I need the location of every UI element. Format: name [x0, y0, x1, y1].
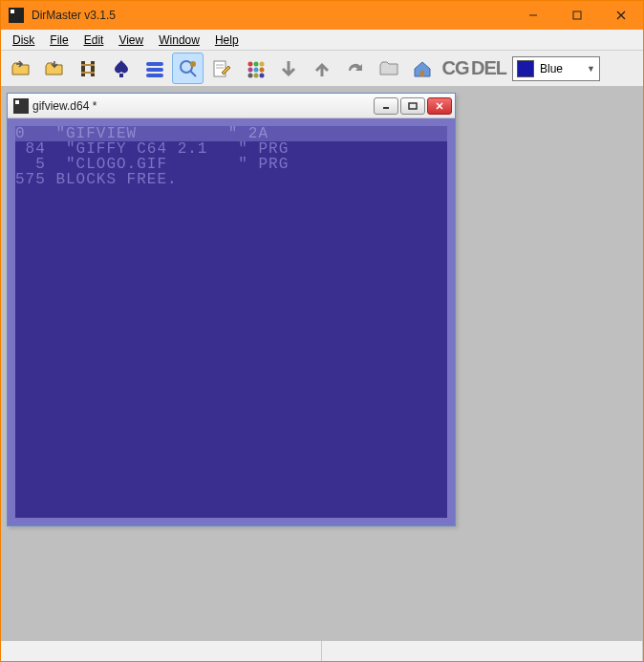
- svg-point-23: [259, 67, 264, 72]
- color-label: Blue: [540, 62, 563, 75]
- blocks-free-row: 575 BLOCKS FREE.: [15, 172, 447, 187]
- disk-header-row[interactable]: 0 "GIFVIEW " 2A: [15, 126, 447, 141]
- document-icon: [13, 98, 29, 114]
- svg-rect-27: [420, 71, 424, 76]
- menu-edit[interactable]: Edit: [76, 32, 112, 49]
- maximize-icon: [408, 102, 418, 110]
- child-window: gifview.d64 * 0 "GIFVIEW " 2A 84 "GIFFY …: [7, 93, 456, 526]
- menu-help[interactable]: Help: [207, 32, 247, 49]
- menu-window[interactable]: Window: [151, 32, 207, 49]
- open-button[interactable]: [5, 53, 36, 84]
- svg-rect-9: [146, 62, 163, 66]
- cg-icon: CG: [442, 57, 469, 79]
- svg-rect-1: [573, 11, 581, 19]
- inspect-button[interactable]: [172, 53, 204, 84]
- svg-point-25: [253, 73, 258, 77]
- folder-save-icon: [43, 57, 66, 80]
- tracks-icon: [76, 57, 99, 80]
- file-row[interactable]: 5 "CLOGO.GIF " PRG: [15, 157, 447, 172]
- titlebar[interactable]: DirMaster v3.1.5: [1, 1, 643, 30]
- svg-rect-4: [81, 61, 85, 76]
- svg-rect-6: [81, 64, 95, 66]
- close-icon: [616, 11, 626, 20]
- rows-icon: [143, 57, 166, 80]
- maximize-button[interactable]: [555, 1, 599, 30]
- svg-rect-7: [81, 72, 95, 74]
- color-swatch: [517, 60, 534, 77]
- redo-button[interactable]: [339, 53, 371, 84]
- svg-rect-5: [91, 61, 95, 76]
- move-up-button[interactable]: [306, 53, 337, 84]
- tools-button[interactable]: [406, 53, 438, 84]
- sector-button[interactable]: [139, 53, 170, 84]
- spade-icon: [110, 57, 133, 80]
- status-cell-1: [1, 641, 322, 661]
- child-title: gifview.d64 *: [32, 99, 97, 113]
- new-folder-button[interactable]: [373, 53, 404, 84]
- svg-rect-11: [146, 74, 163, 77]
- directory-listing[interactable]: 0 "GIFVIEW " 2A 84 "GIFFY C64 2.1 " PRG …: [8, 118, 455, 525]
- menu-disk[interactable]: Disk: [5, 32, 42, 49]
- del-icon: DEL: [471, 57, 506, 79]
- workspace[interactable]: gifview.d64 * 0 "GIFVIEW " 2A 84 "GIFFY …: [1, 87, 643, 640]
- charset-button[interactable]: CG: [440, 53, 471, 84]
- menubar: Disk File Edit View Window Help: [1, 30, 643, 51]
- color-dots-icon: [244, 57, 267, 80]
- minimize-icon: [528, 11, 538, 20]
- arrow-up-icon: [311, 57, 333, 80]
- edit-info-button[interactable]: [205, 53, 237, 84]
- svg-rect-29: [409, 103, 417, 109]
- app-icon: [9, 8, 24, 23]
- chevron-down-icon: ▼: [587, 64, 595, 74]
- house-tools-icon: [411, 57, 434, 80]
- file-row[interactable]: 84 "GIFFY C64 2.1 " PRG: [15, 141, 447, 157]
- folder-icon: [377, 57, 400, 80]
- folder-open-icon: [10, 57, 32, 80]
- magnifier-gear-icon: [177, 57, 200, 80]
- color-select[interactable]: Blue ▼: [512, 56, 600, 81]
- toolbar: CG DEL Blue ▼: [1, 51, 643, 87]
- statusbar: [1, 640, 643, 661]
- svg-point-26: [259, 73, 264, 77]
- save-button[interactable]: [38, 53, 70, 84]
- status-cell-2: [322, 641, 643, 661]
- move-down-button[interactable]: [272, 53, 304, 84]
- child-minimize-button[interactable]: [374, 97, 398, 115]
- child-titlebar[interactable]: gifview.d64 *: [8, 94, 455, 118]
- child-maximize-button[interactable]: [400, 97, 425, 115]
- palette-button[interactable]: [239, 53, 270, 84]
- svg-point-20: [259, 61, 264, 66]
- bam-button[interactable]: [72, 53, 103, 84]
- svg-point-18: [247, 61, 252, 66]
- svg-point-22: [253, 67, 258, 72]
- menu-file[interactable]: File: [42, 32, 75, 49]
- minimize-button[interactable]: [511, 1, 555, 30]
- app-title: DirMaster v3.1.5: [32, 9, 116, 22]
- svg-line-13: [190, 71, 196, 76]
- svg-point-19: [253, 61, 258, 66]
- close-icon: [435, 102, 444, 110]
- svg-point-24: [247, 73, 252, 77]
- menu-view[interactable]: View: [111, 32, 151, 49]
- app-window: DirMaster v3.1.5 Disk File Edit View Win…: [0, 0, 644, 662]
- svg-rect-8: [119, 74, 123, 77]
- arrow-redo-icon: [344, 57, 367, 80]
- minimize-icon: [381, 102, 391, 110]
- close-button[interactable]: [599, 1, 643, 30]
- maximize-icon: [572, 11, 582, 20]
- svg-rect-10: [146, 68, 163, 72]
- child-close-button[interactable]: [427, 97, 452, 115]
- delete-button[interactable]: DEL: [473, 53, 504, 84]
- svg-point-14: [190, 61, 196, 67]
- svg-point-21: [247, 67, 252, 72]
- directory-button[interactable]: [105, 53, 137, 84]
- notepad-pencil-icon: [210, 57, 233, 80]
- arrow-down-icon: [277, 57, 300, 80]
